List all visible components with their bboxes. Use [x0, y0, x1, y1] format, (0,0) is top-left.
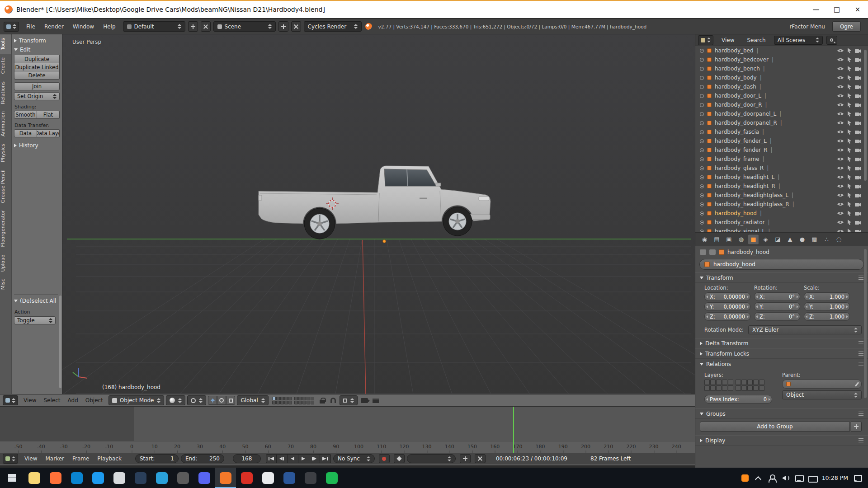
play-button[interactable] [298, 454, 309, 463]
properties-tab[interactable]: ◍ [736, 234, 747, 245]
outliner-view-menu[interactable]: View [717, 37, 739, 43]
panel-menu-icon[interactable] [859, 352, 863, 356]
visibility-eye-icon[interactable] [837, 75, 844, 80]
delete-keyframe-button[interactable] [475, 454, 486, 463]
outliner-search-menu[interactable]: Search [742, 37, 770, 43]
taskbar-app-icon[interactable] [300, 468, 321, 488]
eyedropper-icon[interactable] [855, 382, 859, 386]
snap-magnet-icon[interactable] [330, 398, 336, 403]
previous-keyframe-button[interactable] [277, 454, 288, 463]
taskbar-app-icon[interactable] [130, 468, 151, 488]
layer-toggle[interactable] [280, 401, 284, 404]
selectable-cursor-icon[interactable] [847, 129, 852, 135]
current-frame-field[interactable]: 168 [233, 454, 261, 463]
menu-item[interactable]: Window [68, 23, 99, 30]
delete-scene-button[interactable] [291, 21, 301, 32]
expand-icon[interactable] [700, 121, 704, 125]
expand-icon[interactable] [700, 67, 704, 71]
visibility-eye-icon[interactable] [837, 202, 844, 206]
visibility-eye-icon[interactable] [837, 66, 844, 71]
snap-element-dropdown[interactable] [340, 395, 358, 405]
taskbar-app-icon[interactable] [278, 468, 300, 488]
expand-icon[interactable] [700, 166, 704, 170]
layer-toggle[interactable] [294, 401, 298, 404]
renderable-camera-icon[interactable] [855, 148, 862, 152]
expand-icon[interactable] [700, 148, 704, 152]
object-name-field[interactable]: hardbody_hood [699, 259, 864, 270]
outliner-item[interactable]: hardbody_door_L [695, 91, 868, 100]
visibility-eye-icon[interactable] [837, 148, 844, 152]
translate-manipulator-toggle[interactable] [208, 396, 217, 405]
data-button[interactable]: Data [14, 129, 37, 137]
new-group-button[interactable] [851, 422, 862, 432]
tool-shelf-tab[interactable]: Tools [0, 34, 11, 54]
panel-header-transform-locks[interactable]: Transform Locks [695, 348, 868, 359]
outliner-item[interactable]: hardbody_headlight_R [695, 182, 868, 191]
screen-layout-select[interactable]: Default [123, 21, 185, 32]
tool-shelf-scrollbar[interactable] [59, 296, 61, 388]
renderable-camera-icon[interactable] [855, 229, 862, 232]
selectable-cursor-icon[interactable] [847, 120, 852, 126]
location-field[interactable]: Y:0.00000 [704, 302, 750, 311]
layer-toggle[interactable] [298, 401, 302, 404]
layer-toggle[interactable] [272, 401, 276, 404]
selectable-cursor-icon[interactable] [847, 48, 852, 53]
outliner-scope-dropdown[interactable]: All Scenes [774, 36, 823, 45]
join-button[interactable]: Join [14, 82, 60, 90]
selectable-cursor-icon[interactable] [847, 66, 852, 71]
renderable-camera-icon[interactable] [855, 166, 862, 170]
taskbar-app-icon[interactable] [45, 468, 66, 488]
expand-icon[interactable] [700, 157, 704, 161]
layer-toggle[interactable] [728, 380, 733, 385]
layer-toggle[interactable] [302, 397, 306, 400]
data-layout-button[interactable]: Data Layo [37, 129, 60, 137]
properties-scrollbar[interactable] [864, 249, 867, 398]
rotation-field[interactable]: X:0° [754, 292, 800, 301]
start-frame-field[interactable]: Start:1 [135, 454, 179, 463]
taskbar-app-icon[interactable] [321, 468, 342, 488]
frame-ruler[interactable]: -50-40-30-20-100102030405060708090100110… [0, 441, 695, 453]
minimize-button[interactable]: — [806, 1, 826, 18]
renderable-camera-icon[interactable] [855, 184, 862, 188]
expand-icon[interactable] [700, 211, 704, 216]
opengl-animation-icon[interactable] [373, 398, 379, 403]
visibility-eye-icon[interactable] [837, 211, 844, 216]
outliner-item[interactable]: hardbody_bench [695, 64, 868, 73]
scale-field[interactable]: Z:1.000 [804, 312, 850, 321]
taskbar-app-icon[interactable] [257, 468, 278, 488]
properties-tab[interactable]: ◈ [760, 234, 771, 245]
context-nav-icon[interactable] [709, 249, 716, 255]
people-icon[interactable] [768, 474, 776, 482]
selectable-cursor-icon[interactable] [847, 147, 852, 153]
parent-field[interactable] [782, 380, 862, 389]
menu-item[interactable]: Object [82, 397, 107, 404]
outliner-scrollbar[interactable] [864, 50, 867, 181]
3d-viewport[interactable]: User Persp (168) hardbody_hood [62, 34, 695, 394]
renderable-camera-icon[interactable] [855, 84, 862, 89]
renderable-camera-icon[interactable] [855, 220, 862, 225]
panel-header-deselect[interactable]: (De)select All [14, 296, 58, 305]
visibility-eye-icon[interactable] [837, 94, 844, 98]
keying-set-dropdown[interactable] [407, 454, 456, 463]
layer-toggle[interactable] [722, 380, 727, 385]
keying-mode-icon[interactable] [394, 454, 405, 463]
layer-toggle[interactable] [294, 397, 298, 400]
outliner-item[interactable]: hardbody_headlight_L [695, 173, 868, 182]
properties-tab[interactable]: ▣ [723, 234, 735, 245]
add-to-group-button[interactable]: Add to Group [700, 422, 850, 432]
renderable-camera-icon[interactable] [855, 103, 862, 107]
close-button[interactable]: × [847, 1, 868, 18]
expand-icon[interactable] [700, 130, 704, 134]
selectable-cursor-icon[interactable] [847, 84, 852, 89]
visibility-eye-icon[interactable] [837, 193, 844, 197]
jump-to-start-button[interactable] [266, 454, 277, 463]
layer-toggle[interactable] [704, 385, 710, 391]
visibility-eye-icon[interactable] [837, 139, 844, 143]
volume-icon[interactable] [781, 474, 789, 482]
layer-toggle[interactable] [280, 397, 284, 400]
menu-item[interactable]: View [20, 397, 40, 404]
outliner-item[interactable]: hardbody_glass_R [695, 164, 868, 173]
menu-item[interactable]: Add [64, 397, 82, 404]
network-icon[interactable] [795, 474, 803, 482]
selectable-cursor-icon[interactable] [847, 57, 852, 62]
